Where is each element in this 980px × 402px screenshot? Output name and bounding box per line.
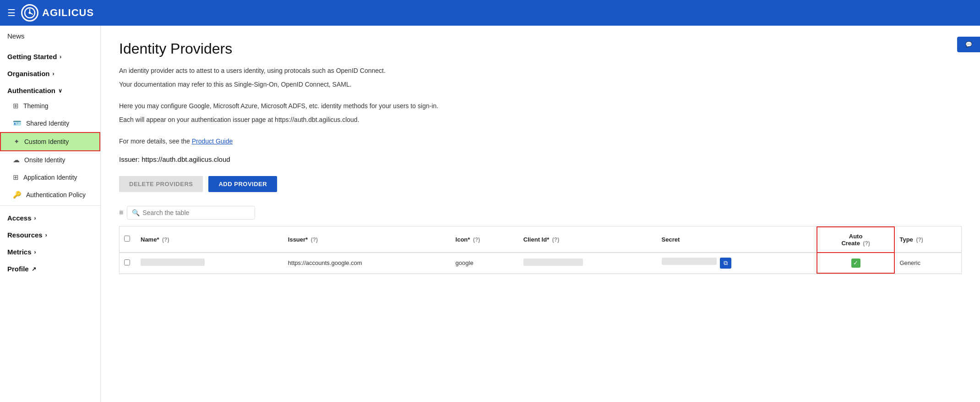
onsite-identity-icon: ☁	[13, 156, 20, 164]
col-header-issuer: Issuer* (?)	[283, 227, 451, 253]
profile-chevron: ↗	[32, 266, 36, 272]
theming-icon: ⊞	[13, 102, 19, 110]
chat-widget[interactable]: 💬	[957, 37, 980, 52]
row-type-value: Generic	[899, 259, 920, 266]
search-input[interactable]	[142, 209, 250, 216]
providers-table: Name* (?) Issuer* (?) Icon* (?) Client I…	[120, 226, 961, 274]
col-header-type: Type (?)	[894, 227, 961, 253]
row-name-blurred	[141, 259, 205, 266]
chat-icon: 💬	[965, 41, 972, 48]
row-client-id-blurred	[523, 259, 583, 266]
col-header-icon: Icon* (?)	[451, 227, 519, 253]
icon-help-icon[interactable]: (?)	[473, 237, 480, 243]
col-header-client-id: Client Id* (?)	[519, 227, 657, 253]
sidebar-item-organisation[interactable]: Organisation ›	[0, 63, 100, 80]
row-type-cell: Generic	[894, 253, 961, 274]
getting-started-chevron: ›	[60, 54, 61, 60]
col-header-name: Name* (?)	[136, 227, 283, 253]
row-secret-cell: ⧉	[657, 253, 817, 274]
logo-icon	[21, 4, 38, 22]
application-identity-icon: ⊞	[13, 173, 19, 182]
sidebar-item-getting-started[interactable]: Getting Started ›	[0, 46, 100, 63]
sidebar-item-shared-identity[interactable]: 🪪 Shared Identity	[0, 115, 100, 132]
row-checkbox-cell	[120, 253, 136, 274]
issuer-help-icon[interactable]: (?)	[311, 237, 318, 243]
copy-secret-button[interactable]: ⧉	[720, 258, 731, 269]
sidebar-item-custom-identity[interactable]: ✦ Custom Identity	[0, 132, 100, 151]
resources-chevron: ›	[45, 232, 47, 238]
description-5: For more details, see the Product Guide	[119, 136, 962, 146]
search-wrapper: 🔍	[127, 206, 255, 220]
row-name-cell	[136, 253, 283, 274]
sidebar-item-news-label: News	[7, 32, 25, 40]
shared-identity-icon: 🪪	[13, 119, 22, 127]
hamburger-menu[interactable]: ☰	[7, 7, 16, 18]
sidebar: News Getting Started › Organisation › Au…	[0, 26, 101, 402]
col-header-auto-create: AutoCreate (?)	[817, 227, 895, 253]
product-guide-link[interactable]: Product Guide	[192, 138, 233, 145]
access-chevron: ›	[34, 215, 36, 221]
custom-identity-icon: ✦	[14, 138, 20, 146]
row-checkbox[interactable]	[124, 259, 130, 265]
add-provider-button[interactable]: ADD PROVIDER	[208, 176, 277, 192]
sidebar-item-profile[interactable]: Profile ↗	[0, 259, 100, 275]
row-client-id-cell	[519, 253, 657, 274]
table-row: https://accounts.google.com google ⧉	[120, 253, 961, 274]
logo-area: AGILICUS	[21, 4, 94, 22]
row-icon-value: google	[456, 259, 474, 266]
row-issuer-value: https://accounts.google.com	[288, 259, 362, 266]
metrics-chevron: ›	[34, 249, 36, 255]
sidebar-item-resources[interactable]: Resources ›	[0, 225, 100, 242]
sidebar-item-news[interactable]: News	[0, 26, 100, 46]
row-secret-blurred	[662, 258, 717, 265]
description-3: Here you may configure Google, Microsoft…	[119, 101, 962, 111]
client-id-help-icon[interactable]: (?)	[552, 237, 559, 243]
col-header-secret: Secret	[657, 227, 817, 253]
sidebar-item-metrics[interactable]: Metrics ›	[0, 242, 100, 259]
auto-create-check[interactable]: ✓	[851, 259, 860, 268]
search-row: ≡ 🔍	[119, 203, 962, 222]
main-content: Identity Providers An identity provider …	[101, 26, 980, 402]
sidebar-item-authentication-policy[interactable]: 🔑 Authentication Policy	[0, 186, 100, 204]
description-2: Your documentation may refer to this as …	[119, 79, 962, 89]
filter-icon[interactable]: ≡	[119, 209, 123, 217]
delete-providers-button[interactable]: DELETE PROVIDERS	[119, 176, 203, 192]
row-issuer-cell[interactable]: https://accounts.google.com	[283, 253, 451, 274]
svg-point-1	[29, 12, 31, 14]
sidebar-item-access[interactable]: Access ›	[0, 208, 100, 225]
sidebar-item-authentication[interactable]: Authentication ∨	[0, 80, 100, 97]
table-header-row: Name* (?) Issuer* (?) Icon* (?) Client I…	[120, 227, 961, 253]
issuer-line: Issuer: https://auth.dbt.agilicus.cloud	[119, 155, 962, 163]
sidebar-item-onsite-identity[interactable]: ☁ Onsite Identity	[0, 151, 100, 169]
row-auto-create-cell: ✓	[817, 253, 895, 274]
description-4: Each will appear on your authentication …	[119, 115, 962, 125]
providers-table-wrapper: Name* (?) Issuer* (?) Icon* (?) Client I…	[119, 226, 962, 275]
sidebar-item-theming[interactable]: ⊞ Theming	[0, 97, 100, 115]
description-1: An identity provider acts to attest to a…	[119, 66, 962, 76]
type-help-icon[interactable]: (?)	[916, 237, 923, 243]
sidebar-item-application-identity[interactable]: ⊞ Application Identity	[0, 169, 100, 186]
auto-create-help-icon[interactable]: (?)	[863, 240, 870, 247]
authentication-chevron: ∨	[58, 88, 62, 94]
auth-policy-icon: 🔑	[13, 191, 22, 199]
top-navigation: ☰ AGILICUS	[0, 0, 980, 26]
organisation-chevron: ›	[53, 71, 54, 77]
brand-name: AGILICUS	[42, 7, 94, 19]
select-all-checkbox[interactable]	[124, 236, 130, 242]
select-all-header	[120, 227, 136, 253]
row-icon-cell[interactable]: google	[451, 253, 519, 274]
name-help-icon[interactable]: (?)	[162, 237, 169, 243]
page-title: Identity Providers	[119, 40, 962, 57]
search-icon: 🔍	[132, 209, 140, 216]
action-buttons: DELETE PROVIDERS ADD PROVIDER	[119, 176, 962, 192]
